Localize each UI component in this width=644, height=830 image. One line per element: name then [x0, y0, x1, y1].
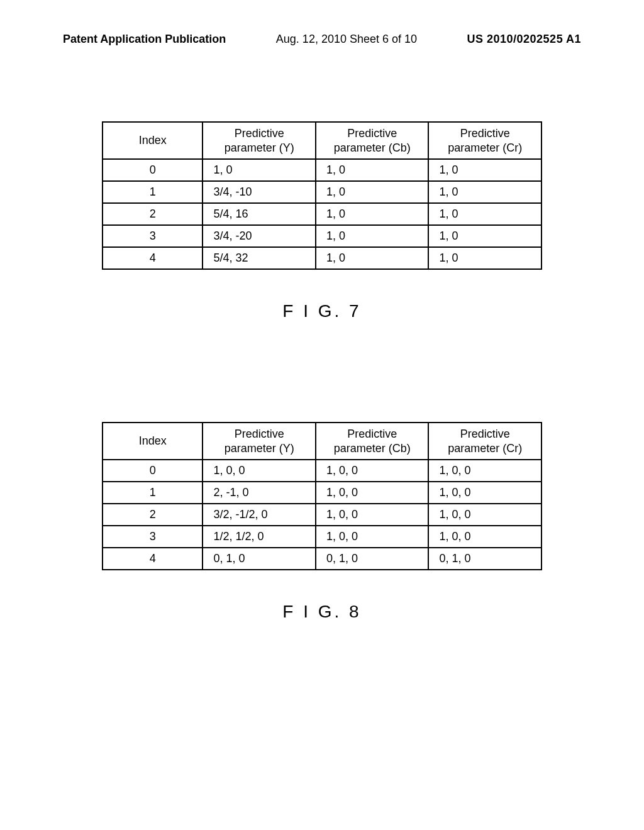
cell-index: 0	[103, 460, 203, 482]
header-right: US 2010/0202525 A1	[467, 33, 581, 46]
cell-cb: 1, 0, 0	[316, 460, 429, 482]
cell-cr: 1, 0, 0	[428, 482, 541, 504]
fig7-table: Index Predictiveparameter (Y) Predictive…	[102, 121, 542, 270]
cell-cr: 1, 0	[428, 203, 541, 225]
cell-y: 1, 0, 0	[203, 460, 316, 482]
col-header-cb: Predictiveparameter (Cb)	[316, 122, 429, 159]
cell-cr: 1, 0, 0	[428, 504, 541, 526]
col-header-y: Predictiveparameter (Y)	[203, 122, 316, 159]
cell-index: 4	[103, 247, 203, 269]
cell-index: 1	[103, 482, 203, 504]
content-area: Index Predictiveparameter (Y) Predictive…	[0, 121, 644, 622]
table-row: 1 3/4, -10 1, 0 1, 0	[103, 181, 541, 203]
cell-cr: 0, 1, 0	[428, 548, 541, 570]
cell-y: 3/4, -20	[203, 225, 316, 247]
figure-8-wrapper: Index Predictiveparameter (Y) Predictive…	[63, 422, 581, 622]
cell-index: 1	[103, 181, 203, 203]
cell-cb: 1, 0	[316, 247, 429, 269]
table-row: 2 3/2, -1/2, 0 1, 0, 0 1, 0, 0	[103, 504, 541, 526]
cell-cb: 1, 0, 0	[316, 504, 429, 526]
cell-y: 1, 0	[203, 159, 316, 181]
cell-y: 3/2, -1/2, 0	[203, 504, 316, 526]
fig8-table: Index Predictiveparameter (Y) Predictive…	[102, 422, 542, 570]
col-header-cr: Predictiveparameter (Cr)	[428, 423, 541, 460]
cell-index: 3	[103, 526, 203, 548]
col-header-index: Index	[103, 122, 203, 159]
cell-y: 3/4, -10	[203, 181, 316, 203]
cell-cb: 1, 0, 0	[316, 526, 429, 548]
cell-y: 0, 1, 0	[203, 548, 316, 570]
table-header-row: Index Predictiveparameter (Y) Predictive…	[103, 423, 541, 460]
col-header-cr: Predictiveparameter (Cr)	[428, 122, 541, 159]
cell-y: 5/4, 32	[203, 247, 316, 269]
cell-cb: 1, 0	[316, 159, 429, 181]
table-row: 1 2, -1, 0 1, 0, 0 1, 0, 0	[103, 482, 541, 504]
cell-index: 2	[103, 203, 203, 225]
cell-cb: 1, 0	[316, 225, 429, 247]
col-header-index: Index	[103, 423, 203, 460]
page-header: Patent Application Publication Aug. 12, …	[0, 0, 644, 46]
header-left: Patent Application Publication	[63, 33, 226, 46]
cell-cr: 1, 0	[428, 247, 541, 269]
cell-index: 0	[103, 159, 203, 181]
fig7-caption: F I G. 7	[63, 301, 581, 321]
cell-cb: 1, 0, 0	[316, 482, 429, 504]
cell-index: 4	[103, 548, 203, 570]
table-row: 3 1/2, 1/2, 0 1, 0, 0 1, 0, 0	[103, 526, 541, 548]
table-row: 0 1, 0 1, 0 1, 0	[103, 159, 541, 181]
cell-cb: 0, 1, 0	[316, 548, 429, 570]
figure-7-wrapper: Index Predictiveparameter (Y) Predictive…	[63, 121, 581, 321]
cell-cr: 1, 0	[428, 181, 541, 203]
table-row: 2 5/4, 16 1, 0 1, 0	[103, 203, 541, 225]
cell-index: 2	[103, 504, 203, 526]
cell-cr: 1, 0	[428, 159, 541, 181]
col-header-cb: Predictiveparameter (Cb)	[316, 423, 429, 460]
cell-cb: 1, 0	[316, 203, 429, 225]
cell-index: 3	[103, 225, 203, 247]
table-header-row: Index Predictiveparameter (Y) Predictive…	[103, 122, 541, 159]
fig8-caption: F I G. 8	[63, 602, 581, 622]
cell-cb: 1, 0	[316, 181, 429, 203]
cell-y: 2, -1, 0	[203, 482, 316, 504]
cell-cr: 1, 0, 0	[428, 460, 541, 482]
table-row: 4 0, 1, 0 0, 1, 0 0, 1, 0	[103, 548, 541, 570]
col-header-y: Predictiveparameter (Y)	[203, 423, 316, 460]
table-row: 4 5/4, 32 1, 0 1, 0	[103, 247, 541, 269]
header-mid: Aug. 12, 2010 Sheet 6 of 10	[276, 33, 417, 46]
cell-y: 1/2, 1/2, 0	[203, 526, 316, 548]
cell-cr: 1, 0	[428, 225, 541, 247]
cell-cr: 1, 0, 0	[428, 526, 541, 548]
table-row: 3 3/4, -20 1, 0 1, 0	[103, 225, 541, 247]
table-row: 0 1, 0, 0 1, 0, 0 1, 0, 0	[103, 460, 541, 482]
cell-y: 5/4, 16	[203, 203, 316, 225]
